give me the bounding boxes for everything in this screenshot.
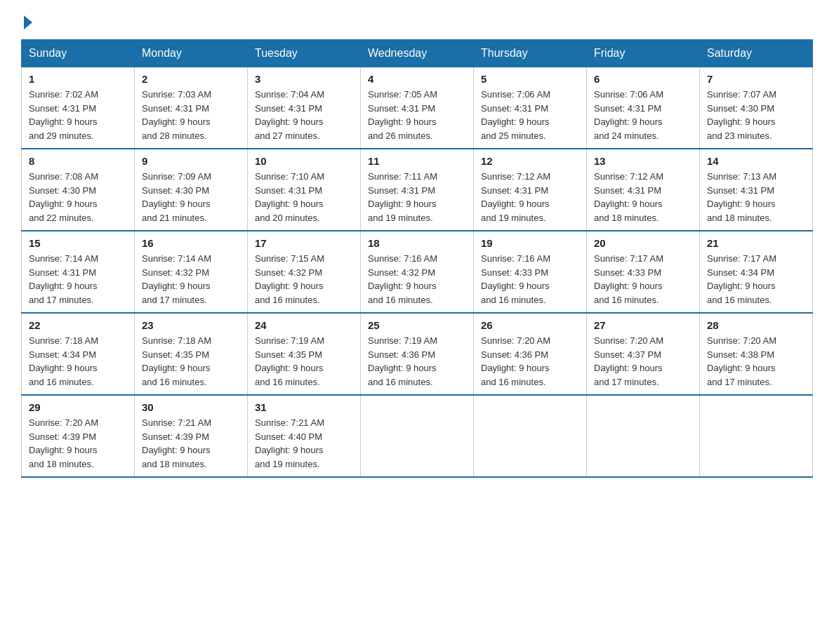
calendar-cell: 8 Sunrise: 7:08 AMSunset: 4:30 PMDayligh… [22,149,135,231]
logo-arrow-icon [24,15,32,29]
day-number: 9 [142,155,240,167]
day-number: 26 [481,319,579,331]
day-number: 29 [29,401,127,413]
day-info: Sunrise: 7:13 AMSunset: 4:31 PMDaylight:… [707,170,805,224]
calendar-cell: 27 Sunrise: 7:20 AMSunset: 4:37 PMDaylig… [587,313,700,395]
day-number: 15 [29,237,127,249]
day-info: Sunrise: 7:08 AMSunset: 4:30 PMDaylight:… [29,170,127,224]
calendar-cell: 9 Sunrise: 7:09 AMSunset: 4:30 PMDayligh… [135,149,248,231]
column-header-saturday: Saturday [700,40,813,67]
calendar-cell: 30 Sunrise: 7:21 AMSunset: 4:39 PMDaylig… [135,395,248,477]
day-number: 12 [481,155,579,167]
page-header [21,14,813,27]
day-number: 6 [594,73,692,85]
calendar-cell: 2 Sunrise: 7:03 AMSunset: 4:31 PMDayligh… [135,67,248,149]
day-number: 3 [255,73,353,85]
day-info: Sunrise: 7:04 AMSunset: 4:31 PMDaylight:… [255,88,353,142]
column-header-tuesday: Tuesday [248,40,361,67]
day-number: 14 [707,155,805,167]
day-info: Sunrise: 7:06 AMSunset: 4:31 PMDaylight:… [481,88,579,142]
day-number: 17 [255,237,353,249]
day-number: 20 [594,237,692,249]
column-header-thursday: Thursday [474,40,587,67]
calendar-cell: 19 Sunrise: 7:16 AMSunset: 4:33 PMDaylig… [474,231,587,313]
column-header-wednesday: Wednesday [361,40,474,67]
calendar-cell: 12 Sunrise: 7:12 AMSunset: 4:31 PMDaylig… [474,149,587,231]
day-number: 25 [368,319,466,331]
calendar-cell: 18 Sunrise: 7:16 AMSunset: 4:32 PMDaylig… [361,231,474,313]
calendar-cell: 13 Sunrise: 7:12 AMSunset: 4:31 PMDaylig… [587,149,700,231]
day-number: 7 [707,73,805,85]
calendar-cell: 10 Sunrise: 7:10 AMSunset: 4:31 PMDaylig… [248,149,361,231]
day-number: 2 [142,73,240,85]
day-number: 13 [594,155,692,167]
day-info: Sunrise: 7:16 AMSunset: 4:32 PMDaylight:… [368,252,466,307]
day-number: 10 [255,155,353,167]
calendar-cell: 14 Sunrise: 7:13 AMSunset: 4:31 PMDaylig… [700,149,813,231]
calendar-cell: 6 Sunrise: 7:06 AMSunset: 4:31 PMDayligh… [587,67,700,149]
day-info: Sunrise: 7:20 AMSunset: 4:39 PMDaylight:… [29,416,127,471]
day-info: Sunrise: 7:21 AMSunset: 4:40 PMDaylight:… [255,416,353,471]
day-info: Sunrise: 7:19 AMSunset: 4:36 PMDaylight:… [368,334,466,389]
day-info: Sunrise: 7:20 AMSunset: 4:37 PMDaylight:… [594,334,692,389]
day-number: 30 [142,401,240,413]
day-number: 18 [368,237,466,249]
day-info: Sunrise: 7:19 AMSunset: 4:35 PMDaylight:… [255,334,353,389]
calendar-week-5: 29 Sunrise: 7:20 AMSunset: 4:39 PMDaylig… [22,395,813,477]
calendar-cell: 26 Sunrise: 7:20 AMSunset: 4:36 PMDaylig… [474,313,587,395]
calendar-cell: 16 Sunrise: 7:14 AMSunset: 4:32 PMDaylig… [135,231,248,313]
day-number: 5 [481,73,579,85]
day-info: Sunrise: 7:09 AMSunset: 4:30 PMDaylight:… [142,170,240,224]
calendar-week-3: 15 Sunrise: 7:14 AMSunset: 4:31 PMDaylig… [22,231,813,313]
day-info: Sunrise: 7:05 AMSunset: 4:31 PMDaylight:… [368,88,466,142]
day-info: Sunrise: 7:18 AMSunset: 4:34 PMDaylight:… [29,334,127,389]
day-number: 24 [255,319,353,331]
calendar-cell: 22 Sunrise: 7:18 AMSunset: 4:34 PMDaylig… [22,313,135,395]
day-info: Sunrise: 7:16 AMSunset: 4:33 PMDaylight:… [481,252,579,307]
calendar-cell: 3 Sunrise: 7:04 AMSunset: 4:31 PMDayligh… [248,67,361,149]
calendar-cell: 23 Sunrise: 7:18 AMSunset: 4:35 PMDaylig… [135,313,248,395]
day-number: 1 [29,73,127,85]
day-info: Sunrise: 7:20 AMSunset: 4:36 PMDaylight:… [481,334,579,389]
calendar-body: 1 Sunrise: 7:02 AMSunset: 4:31 PMDayligh… [22,67,813,478]
calendar-cell: 29 Sunrise: 7:20 AMSunset: 4:39 PMDaylig… [22,395,135,477]
calendar-cell: 17 Sunrise: 7:15 AMSunset: 4:32 PMDaylig… [248,231,361,313]
calendar-cell: 11 Sunrise: 7:11 AMSunset: 4:31 PMDaylig… [361,149,474,231]
column-header-monday: Monday [135,40,248,67]
calendar-cell: 7 Sunrise: 7:07 AMSunset: 4:30 PMDayligh… [700,67,813,149]
day-info: Sunrise: 7:12 AMSunset: 4:31 PMDaylight:… [481,170,579,224]
day-number: 22 [29,319,127,331]
day-info: Sunrise: 7:12 AMSunset: 4:31 PMDaylight:… [594,170,692,224]
day-info: Sunrise: 7:02 AMSunset: 4:31 PMDaylight:… [29,88,127,142]
calendar-table: SundayMondayTuesdayWednesdayThursdayFrid… [21,39,813,478]
logo [21,14,32,27]
day-info: Sunrise: 7:21 AMSunset: 4:39 PMDaylight:… [142,416,240,471]
day-info: Sunrise: 7:18 AMSunset: 4:35 PMDaylight:… [142,334,240,389]
day-info: Sunrise: 7:14 AMSunset: 4:32 PMDaylight:… [142,252,240,307]
day-number: 8 [29,155,127,167]
calendar-header-row: SundayMondayTuesdayWednesdayThursdayFrid… [22,40,813,67]
calendar-cell: 1 Sunrise: 7:02 AMSunset: 4:31 PMDayligh… [22,67,135,149]
calendar-cell [587,395,700,477]
calendar-cell: 5 Sunrise: 7:06 AMSunset: 4:31 PMDayligh… [474,67,587,149]
day-info: Sunrise: 7:03 AMSunset: 4:31 PMDaylight:… [142,88,240,142]
day-number: 31 [255,401,353,413]
day-info: Sunrise: 7:10 AMSunset: 4:31 PMDaylight:… [255,170,353,224]
day-number: 28 [707,319,805,331]
calendar-cell: 24 Sunrise: 7:19 AMSunset: 4:35 PMDaylig… [248,313,361,395]
day-number: 21 [707,237,805,249]
day-info: Sunrise: 7:06 AMSunset: 4:31 PMDaylight:… [594,88,692,142]
calendar-cell [361,395,474,477]
calendar-week-4: 22 Sunrise: 7:18 AMSunset: 4:34 PMDaylig… [22,313,813,395]
calendar-cell: 21 Sunrise: 7:17 AMSunset: 4:34 PMDaylig… [700,231,813,313]
calendar-cell: 28 Sunrise: 7:20 AMSunset: 4:38 PMDaylig… [700,313,813,395]
logo-top [21,14,32,29]
calendar-cell: 25 Sunrise: 7:19 AMSunset: 4:36 PMDaylig… [361,313,474,395]
day-number: 11 [368,155,466,167]
calendar-cell [700,395,813,477]
calendar-week-1: 1 Sunrise: 7:02 AMSunset: 4:31 PMDayligh… [22,67,813,149]
day-info: Sunrise: 7:14 AMSunset: 4:31 PMDaylight:… [29,252,127,307]
calendar-cell: 15 Sunrise: 7:14 AMSunset: 4:31 PMDaylig… [22,231,135,313]
day-info: Sunrise: 7:07 AMSunset: 4:30 PMDaylight:… [707,88,805,142]
calendar-cell: 4 Sunrise: 7:05 AMSunset: 4:31 PMDayligh… [361,67,474,149]
